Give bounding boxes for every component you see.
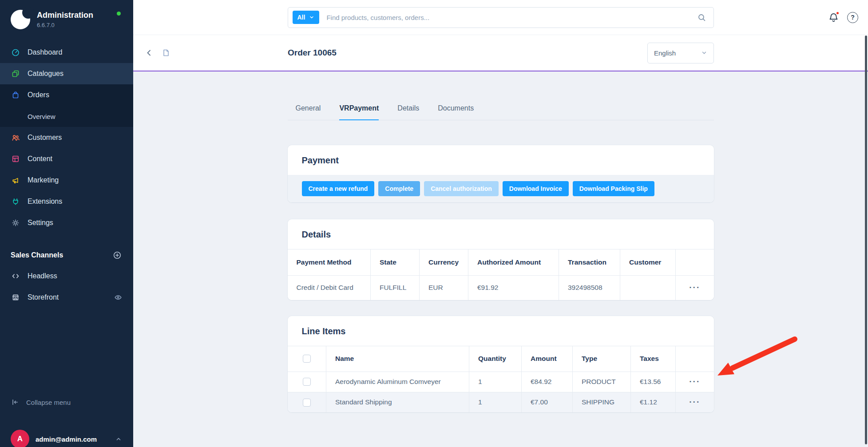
search-icon[interactable] bbox=[697, 13, 706, 22]
catalogues-icon bbox=[11, 69, 20, 78]
table-row: Credit / Debit Card FULFILL EUR €91.92 3… bbox=[288, 276, 714, 300]
page-title: Order 10065 bbox=[288, 48, 337, 58]
search-scope-button[interactable]: All bbox=[293, 11, 320, 24]
notifications-bell-icon[interactable] bbox=[828, 12, 839, 23]
avatar: A bbox=[11, 430, 29, 447]
collapse-menu-button[interactable]: Collapse menu bbox=[0, 392, 133, 412]
extensions-icon bbox=[11, 197, 20, 206]
content-area: General VRPayment Details Documents Paym… bbox=[133, 72, 868, 447]
sidebar-item-dashboard[interactable]: Dashboard bbox=[0, 42, 133, 63]
help-icon[interactable]: ? bbox=[847, 12, 858, 23]
collapse-menu-icon bbox=[11, 398, 20, 407]
add-sales-channel-button[interactable] bbox=[113, 251, 122, 260]
row-checkbox[interactable] bbox=[303, 378, 311, 386]
table-header-row: Payment Method State Currency Authorized… bbox=[288, 249, 714, 276]
column-header-type: Type bbox=[573, 346, 631, 372]
language-select[interactable]: English bbox=[647, 43, 714, 63]
download-invoice-button[interactable]: Download Invoice bbox=[503, 181, 569, 196]
column-header-name: Name bbox=[326, 346, 469, 372]
column-header-amount: Amount bbox=[522, 346, 573, 372]
details-table: Payment Method State Currency Authorized… bbox=[288, 249, 714, 300]
marketing-icon bbox=[11, 176, 20, 185]
sidebar-item-marketing[interactable]: Marketing bbox=[0, 170, 133, 191]
download-packing-slip-button[interactable]: Download Packing Slip bbox=[573, 181, 654, 196]
global-search: All bbox=[288, 7, 714, 28]
cell-state: FULFILL bbox=[371, 276, 420, 300]
topbar: All ? bbox=[133, 0, 868, 35]
sidebar-item-label: Storefront bbox=[28, 293, 107, 301]
sidebar-item-extensions[interactable]: Extensions bbox=[0, 191, 133, 212]
column-header-payment-method: Payment Method bbox=[288, 249, 371, 276]
column-header-quantity: Quantity bbox=[469, 346, 522, 372]
tab-details[interactable]: Details bbox=[397, 104, 419, 120]
search-input[interactable] bbox=[319, 14, 697, 21]
document-page-icon[interactable] bbox=[162, 48, 170, 57]
cell-currency: EUR bbox=[420, 276, 468, 300]
content-icon bbox=[11, 154, 20, 163]
table-header-row: Name Quantity Amount Type Taxes bbox=[288, 346, 714, 372]
table-row: Standard Shipping 1 €7.00 SHIPPING €1.12… bbox=[288, 392, 714, 412]
sidebar-item-label: Headless bbox=[28, 272, 57, 280]
storefront-visibility-eye-icon[interactable] bbox=[114, 293, 123, 302]
details-card-title: Details bbox=[288, 219, 714, 249]
context-menu-button[interactable]: ··· bbox=[689, 398, 700, 406]
dashboard-icon bbox=[11, 48, 20, 57]
app-version: 6.6.7.0 bbox=[37, 22, 93, 28]
chevron-down-icon bbox=[701, 50, 707, 56]
user-menu[interactable]: A admin@admin.com bbox=[0, 424, 133, 447]
help-glyph: ? bbox=[851, 14, 855, 21]
sidebar-item-storefront[interactable]: Storefront bbox=[0, 287, 133, 308]
back-button[interactable] bbox=[145, 48, 154, 57]
context-menu-button[interactable]: ··· bbox=[689, 283, 700, 292]
payment-card: Payment Create a new refund Complete Can… bbox=[288, 145, 714, 202]
tab-vrpayment[interactable]: VRPayment bbox=[339, 104, 379, 120]
sidebar-item-headless[interactable]: Headless bbox=[0, 265, 133, 287]
sidebar-item-catalogues[interactable]: Catalogues bbox=[0, 63, 133, 84]
storefront-icon bbox=[11, 293, 20, 302]
row-checkbox[interactable] bbox=[303, 399, 311, 407]
customers-icon bbox=[11, 133, 20, 142]
column-header-taxes: Taxes bbox=[631, 346, 676, 372]
sidebar-item-customers[interactable]: Customers bbox=[0, 127, 133, 148]
sidebar-header: Administration 6.6.7.0 bbox=[0, 0, 133, 36]
collapse-menu-label: Collapse menu bbox=[26, 399, 71, 406]
cell-amount: €84.92 bbox=[522, 372, 573, 392]
sidebar-item-settings[interactable]: Settings bbox=[0, 212, 133, 233]
create-refund-button[interactable]: Create a new refund bbox=[302, 181, 375, 196]
cell-authorized-amount: €91.92 bbox=[468, 276, 559, 300]
select-all-checkbox[interactable] bbox=[303, 355, 311, 363]
search-scope-label: All bbox=[297, 14, 305, 21]
sidebar-item-orders-overview[interactable]: Overview bbox=[0, 106, 133, 127]
sidebar-item-label: Dashboard bbox=[28, 48, 62, 56]
table-row: Aerodynamic Aluminum Comveyer 1 €84.92 P… bbox=[288, 372, 714, 392]
cell-quantity: 1 bbox=[469, 392, 522, 412]
sales-channels-heading: Sales Channels bbox=[0, 245, 133, 265]
tab-documents[interactable]: Documents bbox=[438, 104, 474, 120]
complete-button[interactable]: Complete bbox=[378, 181, 420, 196]
cell-amount: €7.00 bbox=[522, 392, 573, 412]
headless-icon bbox=[11, 272, 20, 281]
cancel-authorization-button[interactable]: Cancel authorization bbox=[424, 181, 499, 196]
cell-quantity: 1 bbox=[469, 372, 522, 392]
column-header-customer: Customer bbox=[620, 249, 676, 276]
cell-transaction: 392498508 bbox=[559, 276, 620, 300]
cell-customer bbox=[620, 276, 676, 300]
line-items-card-title: Line Items bbox=[288, 316, 714, 346]
column-header-actions bbox=[676, 346, 714, 372]
scrollbar-thumb[interactable] bbox=[865, 36, 867, 444]
cell-type: PRODUCT bbox=[573, 372, 631, 392]
sidebar-item-label: Extensions bbox=[28, 198, 62, 206]
sidebar-item-orders[interactable]: Orders bbox=[0, 84, 133, 106]
context-menu-button[interactable]: ··· bbox=[689, 377, 700, 386]
sidebar-item-label: Catalogues bbox=[28, 70, 63, 78]
sidebar-item-label: Content bbox=[28, 155, 52, 163]
tab-general[interactable]: General bbox=[296, 104, 321, 120]
sidebar-item-label: Marketing bbox=[28, 176, 59, 184]
cell-taxes: €13.56 bbox=[631, 372, 676, 392]
orders-icon bbox=[11, 91, 20, 99]
sidebar-item-content[interactable]: Content bbox=[0, 148, 133, 170]
chevron-up-icon bbox=[115, 435, 123, 443]
cell-name: Aerodynamic Aluminum Comveyer bbox=[326, 372, 469, 392]
column-header-currency: Currency bbox=[420, 249, 468, 276]
sidebar-group-orders: Orders Overview bbox=[0, 84, 133, 127]
